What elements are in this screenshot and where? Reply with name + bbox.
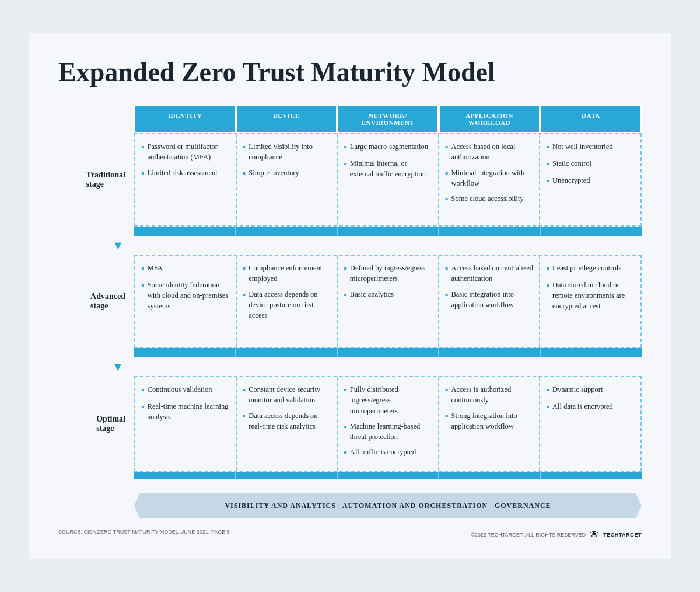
- bottom-bar: [134, 472, 642, 479]
- maturity-table: IDENTITY DEVICE NETWORK/ ENVIRONMENT APP…: [58, 105, 642, 478]
- cell-traditional-data: ▪Not well inventoried ▪Static control ▪U…: [540, 134, 640, 225]
- cell-optimal-data: ▪Dynamic support ▪All data is encrypted: [540, 377, 640, 470]
- stage-label-traditional: Traditional stage: [58, 133, 134, 227]
- cell-traditional-identity: ▪Password or multifactor authentication …: [135, 134, 237, 225]
- bullet-item: ▪Fully distributed ingress/egress microp…: [344, 384, 432, 416]
- bullet-item: ▪Limited visibility into compliance: [243, 141, 331, 162]
- arrow-label-2: ▼: [58, 360, 134, 374]
- header-row: IDENTITY DEVICE NETWORK/ ENVIRONMENT APP…: [134, 105, 642, 133]
- bullet-item: ▪Access based on centralized authenticat…: [445, 263, 534, 284]
- bullet-item: ▪Access based on local authorization: [445, 141, 534, 162]
- logo-icon: 👁: [589, 529, 600, 541]
- cell-optimal-identity: ▪Continuous validation ▪Real-time machin…: [135, 377, 237, 470]
- bullet-item: ▪Access is authorized continuously: [445, 384, 534, 405]
- bullet-item: ▪Strong integration into application wor…: [445, 410, 534, 431]
- bullet-item: ▪Least privilege controls: [546, 263, 635, 275]
- bullet-item: ▪Minimal internal or external traffic en…: [344, 158, 432, 179]
- bullet-item: ▪Data stored in cloud or remote environm…: [546, 280, 635, 311]
- cell-traditional-device: ▪Limited visibility into compliance ▪Sim…: [237, 134, 338, 225]
- bullet-item: ▪Continuous validation: [141, 384, 230, 396]
- bullet-item: ▪All data is encrypted: [546, 401, 635, 413]
- cell-optimal-device: ▪Constant device security monitor and va…: [237, 377, 338, 470]
- footer-banner: VISIBILITY AND ANALYTICS | AUTOMATION AN…: [134, 493, 642, 518]
- bullet-item: ▪Constant device security monitor and va…: [243, 384, 331, 405]
- bullet-item: ▪Machine learning-based threat protectio…: [344, 421, 432, 442]
- stage-row-advanced: Advanced stage ▪MFA ▪Some identity feder…: [58, 255, 642, 348]
- bullet-item: ▪Compliance enforcement employed: [243, 263, 331, 284]
- separator-2: [134, 348, 642, 357]
- cell-optimal-network: ▪Fully distributed ingress/egress microp…: [338, 377, 439, 470]
- cell-advanced-network: ▪Defined by ingress/egress microperimete…: [338, 256, 439, 347]
- arrow-label-1: ▼: [58, 239, 134, 252]
- col-header-device: DEVICE: [236, 105, 337, 133]
- bullet-item: ▪Large macro-segmentation: [344, 141, 432, 154]
- chevron-down-icon: ▼: [112, 360, 124, 374]
- col-header-data: DATA: [540, 105, 642, 133]
- stage-cells-traditional: ▪Password or multifactor authentication …: [134, 133, 642, 227]
- bullet-item: ▪Not well inventoried: [546, 141, 635, 154]
- copyright-text: ©2022 TECHTARGET. ALL RIGHTS RESERVED: [471, 532, 586, 538]
- col-header-application: APPLICATION WORKLOAD: [439, 105, 540, 133]
- bullet-item: ▪Real-time machine learning analysis: [141, 401, 230, 422]
- cell-advanced-identity: ▪MFA ▪Some identity federation with clou…: [135, 256, 237, 347]
- bullet-item: ▪Some identity federation with cloud and…: [141, 280, 230, 311]
- bullet-item: ▪Basic analytics: [344, 289, 432, 301]
- separator-1: [134, 227, 642, 236]
- bullet-item: ▪Simple inventory: [243, 168, 331, 180]
- stage-label-optimal: Optimal stage: [58, 376, 134, 471]
- stage-cells-advanced: ▪MFA ▪Some identity federation with clou…: [134, 255, 642, 348]
- stage-cells-optimal: ▪Continuous validation ▪Real-time machin…: [134, 376, 642, 471]
- page-title: Expanded Zero Trust Maturity Model: [58, 57, 642, 88]
- col-header-network: NETWORK/ ENVIRONMENT: [337, 105, 439, 133]
- bullet-item: ▪All traffic is encrypted: [344, 447, 432, 459]
- arrow-row-1: ▼: [58, 236, 642, 255]
- bullet-item: ▪Some cloud accessibility: [445, 193, 534, 206]
- bullet-item: ▪Defined by ingress/egress microperimete…: [344, 263, 432, 284]
- stage-row-optimal: Optimal stage ▪Continuous validation ▪Re…: [58, 376, 642, 471]
- stage-row-traditional: Traditional stage ▪Password or multifact…: [58, 133, 642, 227]
- bullet-item: ▪Password or multifactor authentication …: [141, 141, 230, 162]
- brand-logo: ©2022 TECHTARGET. ALL RIGHTS RESERVED 👁 …: [471, 529, 642, 541]
- footer-credits: SOURCE: CISA ZERO TRUST MATURITY MODEL, …: [58, 529, 642, 541]
- stage-label-advanced: Advanced stage: [58, 255, 134, 348]
- bullet-item: ▪Unencrypted: [546, 175, 635, 187]
- bullet-item: ▪Minimal integration with workflow: [445, 168, 534, 189]
- bullet-item: ▪MFA: [141, 263, 230, 275]
- cell-advanced-data: ▪Least privilege controls ▪Data stored i…: [540, 256, 640, 347]
- chevron-down-icon: ▼: [112, 239, 124, 252]
- bullet-item: ▪Static control: [546, 158, 635, 170]
- col-header-identity: IDENTITY: [134, 105, 236, 133]
- cell-traditional-application: ▪Access based on local authorization ▪Mi…: [439, 134, 541, 225]
- arrow-row-2: ▼: [58, 357, 642, 376]
- bullet-item: ▪Data access depends on device posture o…: [243, 289, 331, 321]
- bullet-item: ▪Dynamic support: [546, 384, 635, 396]
- cell-advanced-application: ▪Access based on centralized authenticat…: [439, 256, 541, 347]
- source-text: SOURCE: CISA ZERO TRUST MATURITY MODEL, …: [58, 529, 230, 541]
- main-card: Expanded Zero Trust Maturity Model IDENT…: [29, 33, 671, 558]
- brand-name: TechTarget: [603, 532, 642, 538]
- cell-optimal-application: ▪Access is authorized continuously ▪Stro…: [439, 377, 541, 470]
- bullet-item: ▪Limited risk assessment: [141, 168, 230, 180]
- cell-advanced-device: ▪Compliance enforcement employed ▪Data a…: [237, 256, 338, 347]
- bullet-item: ▪Data access depends on real-time risk a…: [243, 410, 331, 431]
- bullet-item: ▪Basic integration into application work…: [445, 289, 534, 310]
- cell-traditional-network: ▪Large macro-segmentation ▪Minimal inter…: [338, 134, 439, 225]
